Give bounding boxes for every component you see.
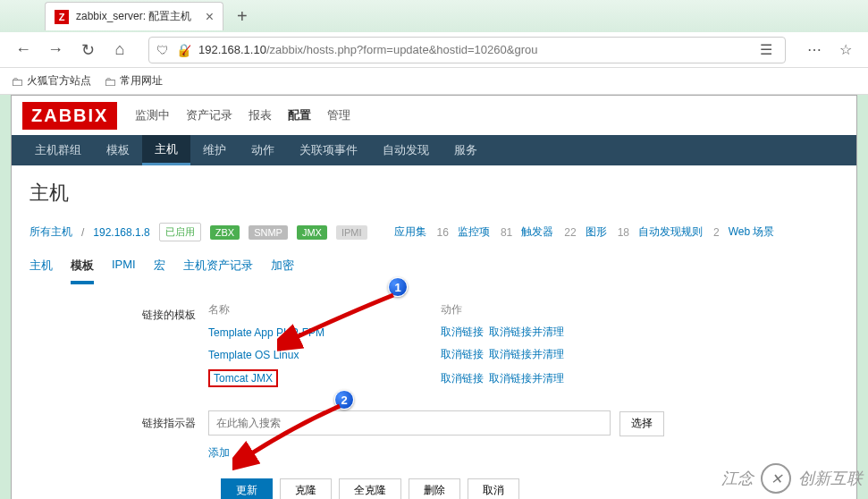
page-content: 主机 所有主机 / 192.168.1.8 已启用 ZBX SNMP JMX I… xyxy=(12,165,856,499)
stat-web[interactable]: Web 场景 xyxy=(729,224,775,240)
tab-templates[interactable]: 模板 xyxy=(71,258,94,284)
reload-button[interactable]: ↻ xyxy=(75,38,100,63)
col-action-header: 动作 xyxy=(441,302,462,317)
subnav-hosts[interactable]: 主机 xyxy=(142,135,190,165)
template-link-tomcat[interactable]: Tomcat JMX xyxy=(214,372,273,385)
breadcrumb-host[interactable]: 192.168.1.8 xyxy=(93,226,149,239)
select-button[interactable]: 选择 xyxy=(619,411,664,436)
top-menu: 监测中 资产记录 报表 配置 管理 xyxy=(135,107,350,123)
top-menu-reports[interactable]: 报表 xyxy=(249,107,272,123)
unlink-clear-link[interactable]: 取消链接并清理 xyxy=(489,372,564,385)
add-link[interactable]: 添加 xyxy=(208,445,230,461)
forward-button[interactable]: → xyxy=(43,38,68,63)
close-icon[interactable]: × xyxy=(206,9,214,25)
subnav-hostgroups[interactable]: 主机群组 xyxy=(22,135,94,165)
top-menu-inventory[interactable]: 资产记录 xyxy=(186,107,232,123)
zabbix-logo[interactable]: ZABBIX xyxy=(22,102,117,130)
tab-favicon: Z xyxy=(55,10,69,24)
clone-button[interactable]: 克隆 xyxy=(280,478,332,500)
zabbix-header: ZABBIX 监测中 资产记录 报表 配置 管理 xyxy=(12,96,856,135)
badge-ipmi: IPMI xyxy=(336,225,367,240)
badge-zbx: ZBX xyxy=(210,225,240,240)
subnav-correlation[interactable]: 关联项事件 xyxy=(287,135,370,165)
status-badge-enabled: 已启用 xyxy=(159,223,201,241)
top-menu-configuration[interactable]: 配置 xyxy=(288,107,311,123)
subnav-actions[interactable]: 动作 xyxy=(239,135,287,165)
bookmark-star-icon[interactable]: ☆ xyxy=(834,41,857,58)
unlink-link[interactable]: 取消链接 xyxy=(441,326,484,338)
subnav-discovery[interactable]: 自动发现 xyxy=(370,135,442,165)
url-text: 192.168.1.10/zabbix/hosts.php?form=updat… xyxy=(198,43,747,56)
link-indicator-label: 链接指示器 xyxy=(29,410,208,461)
tab-inventory[interactable]: 主机资产记录 xyxy=(183,258,253,284)
template-link[interactable]: Template App PHP-FPM xyxy=(208,326,324,339)
page-title: 主机 xyxy=(29,180,839,207)
browser-tab[interactable]: Z zabbix_server: 配置主机 × xyxy=(45,2,223,30)
breadcrumb: 所有主机 / 192.168.1.8 已启用 ZBX SNMP JMX IPMI… xyxy=(29,223,839,241)
unlink-link[interactable]: 取消链接 xyxy=(441,372,484,385)
top-menu-monitoring[interactable]: 监测中 xyxy=(135,107,170,123)
delete-button[interactable]: 删除 xyxy=(409,478,460,500)
tab-ipmi[interactable]: IPMI xyxy=(112,258,136,284)
col-name-header: 名称 xyxy=(208,302,441,317)
breadcrumb-all-hosts[interactable]: 所有主机 xyxy=(29,224,72,240)
update-button[interactable]: 更新 xyxy=(221,478,273,500)
template-link[interactable]: Template OS Linux xyxy=(208,349,299,361)
stat-applications[interactable]: 应用集 xyxy=(394,224,426,240)
tab-encryption[interactable]: 加密 xyxy=(271,258,294,284)
badge-jmx: JMX xyxy=(297,225,327,240)
zabbix-app: ZABBIX 监测中 资产记录 报表 配置 管理 主机群组 模板 主机 维护 动… xyxy=(11,95,857,499)
link-indicator-row: 链接指示器 选择 添加 xyxy=(29,410,839,461)
top-menu-administration[interactable]: 管理 xyxy=(327,107,350,123)
address-bar[interactable]: 🛡 🔒̸ 192.168.1.10/zabbix/hosts.php?form=… xyxy=(148,37,786,63)
unlink-link[interactable]: 取消链接 xyxy=(441,348,484,360)
folder-icon: 🗀 xyxy=(11,74,23,89)
template-search-input[interactable] xyxy=(208,410,611,436)
cancel-button[interactable]: 取消 xyxy=(468,478,519,500)
bookmark-item[interactable]: 🗀常用网址 xyxy=(104,73,163,89)
unlink-clear-link[interactable]: 取消链接并清理 xyxy=(489,326,564,338)
lock-icon: 🔒̸ xyxy=(176,43,191,57)
watermark: 江念 ✕ 创新互联 xyxy=(721,463,863,494)
browser-nav-bar: ← → ↻ ⌂ 🛡 🔒̸ 192.168.1.10/zabbix/hosts.p… xyxy=(0,32,868,68)
folder-icon: 🗀 xyxy=(104,74,116,89)
template-row: Template OS Linux 取消链接取消链接并清理 xyxy=(208,347,839,362)
tab-title: zabbix_server: 配置主机 xyxy=(76,9,198,24)
bookmark-item[interactable]: 🗀火狐官方站点 xyxy=(11,73,91,89)
new-tab-button[interactable]: + xyxy=(237,6,248,27)
stat-triggers[interactable]: 触发器 xyxy=(521,224,553,240)
config-tabs: 主机 模板 IPMI 宏 主机资产记录 加密 xyxy=(29,258,839,284)
shield-icon: 🛡 xyxy=(156,43,169,57)
sub-nav: 主机群组 模板 主机 维护 动作 关联项事件 自动发现 服务 xyxy=(12,135,856,165)
linked-templates-row: 链接的模板 名称 动作 Template App PHP-FPM 取消链接取消链… xyxy=(29,302,839,394)
unlink-clear-link[interactable]: 取消链接并清理 xyxy=(489,348,564,360)
subnav-maintenance[interactable]: 维护 xyxy=(190,135,239,165)
template-row: Tomcat JMX 取消链接取消链接并清理 xyxy=(208,369,839,387)
browser-tab-bar: Z zabbix_server: 配置主机 × + xyxy=(0,0,868,32)
stat-discovery[interactable]: 自动发现规则 xyxy=(638,224,703,240)
reader-mode-icon[interactable]: ☰ xyxy=(754,41,778,58)
subnav-services[interactable]: 服务 xyxy=(442,135,490,165)
linked-templates-label: 链接的模板 xyxy=(29,302,208,394)
full-clone-button[interactable]: 全克隆 xyxy=(339,478,401,500)
template-row: Template App PHP-FPM 取消链接取消链接并清理 xyxy=(208,325,839,340)
subnav-templates[interactable]: 模板 xyxy=(94,135,142,165)
badge-snmp: SNMP xyxy=(249,225,288,240)
tab-macros[interactable]: 宏 xyxy=(154,258,165,284)
tab-host[interactable]: 主机 xyxy=(29,258,53,284)
callout-1: 1 xyxy=(388,277,408,297)
stat-items[interactable]: 监控项 xyxy=(458,224,490,240)
back-button[interactable]: ← xyxy=(11,38,36,63)
home-button[interactable]: ⌂ xyxy=(107,38,132,63)
bookmarks-bar: 🗀火狐官方站点 🗀常用网址 xyxy=(0,68,868,95)
more-icon[interactable]: ⋯ xyxy=(802,41,827,58)
stat-graphs[interactable]: 图形 xyxy=(586,224,607,240)
watermark-logo-icon: ✕ xyxy=(761,463,791,494)
callout-2: 2 xyxy=(334,390,354,410)
